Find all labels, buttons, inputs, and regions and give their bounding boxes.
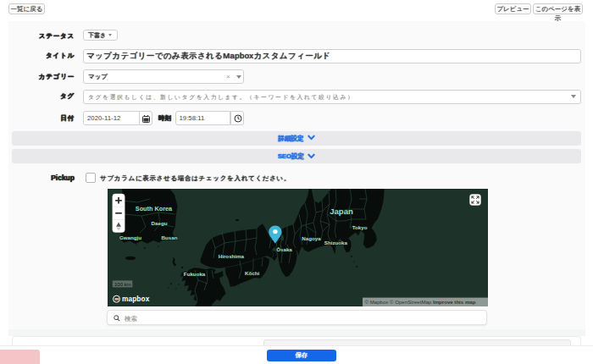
svg-text:Tokyo: Tokyo: [352, 224, 368, 230]
svg-text:Kōchi: Kōchi: [245, 270, 259, 276]
svg-text:100 km: 100 km: [114, 282, 131, 287]
svg-text:Fukuoka: Fukuoka: [184, 271, 206, 277]
svg-text:Japan: Japan: [330, 207, 353, 216]
svg-text:© Mapbox © OpenStreetMap Impro: © Mapbox © OpenStreetMap Improve this ma…: [365, 299, 476, 305]
svg-text:mapbox: mapbox: [122, 295, 150, 303]
svg-text:Shizuoka: Shizuoka: [324, 240, 348, 245]
svg-text:Ōsaka: Ōsaka: [276, 246, 292, 252]
svg-text:Nagoya: Nagoya: [302, 235, 321, 241]
svg-text:m: m: [114, 296, 119, 301]
svg-text:Gwangju: Gwangju: [119, 234, 141, 240]
svg-text:Daegu: Daegu: [152, 220, 168, 226]
svg-text:Hiroshima: Hiroshima: [219, 253, 245, 259]
svg-text:Busan: Busan: [162, 234, 178, 240]
svg-text:South Korea: South Korea: [136, 205, 173, 212]
